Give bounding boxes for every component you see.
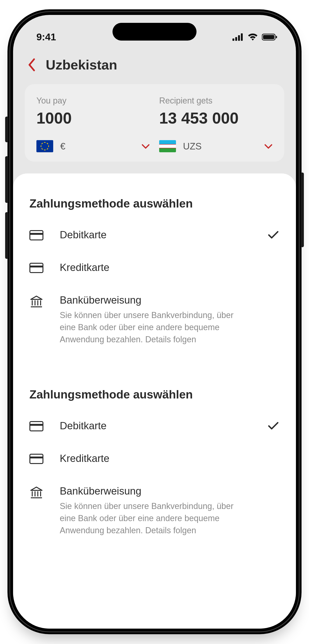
- option-title: Banküberweisung: [60, 485, 252, 497]
- recipient-gets-column: Recipient gets 13 453 000 UZS: [159, 96, 272, 152]
- card-icon: [30, 421, 43, 431]
- bank-icon: [30, 295, 43, 308]
- get-currency-code: UZS: [183, 141, 257, 152]
- chevron-down-icon: [141, 144, 150, 149]
- pay-currency-code: €: [60, 141, 134, 152]
- recipient-gets-label: Recipient gets: [159, 96, 272, 106]
- option-title: Kreditkarte: [60, 452, 252, 464]
- svg-rect-19: [30, 456, 43, 458]
- option-title: Kreditkarte: [60, 262, 252, 273]
- option-title: Debitkarte: [60, 420, 252, 432]
- volume-button: [5, 212, 9, 259]
- status-time: 9:41: [37, 32, 56, 43]
- back-icon[interactable]: [27, 58, 37, 72]
- svg-rect-7: [30, 230, 43, 240]
- screen: 9:41: [13, 15, 296, 628]
- option-debitkarte[interactable]: Debitkarte: [30, 420, 279, 432]
- option-kreditkarte[interactable]: Kreditkarte: [30, 452, 279, 464]
- section-title: Zahlungsmethode auswählen: [30, 388, 279, 401]
- get-currency-selector[interactable]: UZS: [159, 140, 272, 152]
- svg-rect-8: [30, 233, 43, 235]
- check-icon: [268, 231, 279, 239]
- option-description: Sie können über unsere Bankverbindung, ü…: [60, 500, 252, 537]
- svg-rect-10: [30, 266, 43, 268]
- volume-button: [5, 156, 9, 203]
- uz-flag-icon: [159, 140, 176, 152]
- volume-button: [5, 116, 9, 142]
- svg-rect-18: [30, 454, 43, 464]
- battery-icon: [262, 33, 277, 41]
- amount-card: You pay 1000 € Recipient gets 13 453 000: [25, 84, 284, 162]
- power-button: [300, 172, 304, 247]
- pay-currency-selector[interactable]: €: [37, 140, 150, 152]
- cellular-icon: [232, 33, 244, 41]
- svg-rect-16: [30, 422, 43, 431]
- page-title: Uzbekistan: [46, 57, 117, 72]
- notch: [113, 23, 196, 40]
- you-pay-label: You pay: [37, 96, 150, 106]
- you-pay-value[interactable]: 1000: [37, 109, 150, 127]
- eu-flag-icon: [37, 140, 53, 152]
- option-bankueberweisung[interactable]: Banküberweisung Sie können über unsere B…: [30, 485, 279, 537]
- card-icon: [30, 230, 43, 240]
- card-icon: [30, 263, 43, 273]
- svg-rect-3: [241, 33, 243, 41]
- option-title: Banküberweisung: [60, 294, 252, 306]
- bank-icon: [30, 486, 43, 499]
- svg-rect-17: [30, 424, 43, 426]
- option-bankueberweisung[interactable]: Banküberweisung Sie können über unsere B…: [30, 294, 279, 346]
- option-title: Debitkarte: [60, 229, 252, 241]
- svg-rect-6: [276, 36, 277, 38]
- card-icon: [30, 454, 43, 464]
- svg-rect-9: [30, 263, 43, 272]
- svg-rect-1: [235, 37, 237, 41]
- payment-method-sheet: Zahlungsmethode auswählen Debitkarte: [13, 174, 296, 628]
- wifi-icon: [247, 33, 258, 41]
- option-kreditkarte[interactable]: Kreditkarte: [30, 262, 279, 273]
- phone-frame: 9:41: [8, 9, 301, 634]
- svg-rect-5: [263, 35, 274, 39]
- svg-rect-0: [232, 38, 234, 41]
- recipient-gets-value: 13 453 000: [159, 109, 272, 127]
- option-debitkarte[interactable]: Debitkarte: [30, 229, 279, 241]
- header: Uzbekistan: [13, 50, 296, 84]
- check-icon: [268, 422, 279, 430]
- status-icons: [232, 33, 277, 41]
- chevron-down-icon: [264, 144, 272, 149]
- you-pay-column: You pay 1000 €: [37, 96, 150, 152]
- option-description: Sie können über unsere Bankverbindung, ü…: [60, 309, 252, 346]
- svg-rect-2: [238, 35, 240, 41]
- section-title: Zahlungsmethode auswählen: [30, 197, 279, 210]
